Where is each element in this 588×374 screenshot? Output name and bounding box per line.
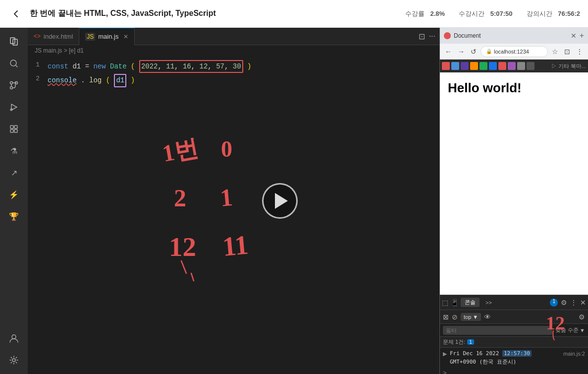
toolbar-icon-1[interactable]	[442, 62, 450, 70]
devtools-tabs: ⬚ 📱 콘솔 >> 1 ⚙ ⋮ ✕	[440, 295, 588, 310]
more-actions-icon[interactable]: ···	[429, 32, 435, 41]
devtools-vertical-menu[interactable]: ⋮	[570, 299, 577, 307]
top-dropdown-icon: ▼	[473, 314, 478, 320]
toolbar-icon-9[interactable]	[517, 62, 525, 70]
editor-actions: ⊡ ···	[419, 32, 439, 41]
nav-reload-btn[interactable]: ↺	[469, 47, 479, 57]
svg-point-13	[12, 335, 16, 339]
svg-rect-10	[14, 125, 17, 128]
line-num-1: 1	[28, 60, 48, 70]
browser-favicon	[444, 32, 451, 39]
hello-world-text: Hello world!	[448, 80, 580, 96]
line-num-2: 2	[28, 74, 48, 84]
devtools: ⬚ 📱 콘솔 >> 1 ⚙ ⋮ ✕ ⊠ ⊘	[440, 295, 588, 374]
toolbar-icon-4[interactable]	[470, 62, 478, 70]
toolbar-icon-5[interactable]	[480, 62, 487, 70]
devtools-settings-icon[interactable]: ⚙	[561, 299, 567, 307]
svg-rect-11	[10, 129, 13, 132]
sidebar-icon-account[interactable]	[4, 328, 24, 348]
tab-index-html[interactable]: <> index.html	[28, 28, 79, 45]
browser-nav: ← → ↺ 🔒 localhost:1234 ☆ ⊡ ⋮	[440, 44, 588, 60]
browser-panel: Document ✕ + ← → ↺ 🔒 localhost:1234 ☆ ⊡ …	[439, 28, 588, 374]
console-prompt[interactable]: >	[443, 368, 585, 374]
filter-input[interactable]	[443, 326, 552, 335]
devtools-circle-icon[interactable]: ⊘	[452, 313, 458, 321]
code-line-2: 2 console . log ( d1 )	[28, 74, 439, 87]
back-button[interactable]	[8, 6, 24, 22]
url-text: localhost:1234	[494, 49, 529, 55]
sidebar-bottom	[4, 328, 24, 374]
browser-tab-label[interactable]: Document	[454, 32, 568, 39]
duration-label: 수강시간 5:07:50	[459, 9, 512, 18]
browser-tab-new[interactable]: +	[580, 31, 584, 40]
breadcrumb-text: JS main.js > [e] d1	[35, 47, 84, 54]
devtools-tab-console[interactable]: 콘솔	[461, 298, 480, 307]
browser-toolbar: ▷ 기타 북마...	[440, 60, 588, 72]
sidebar-icon-source-control[interactable]	[4, 75, 24, 95]
devtools-filter-settings[interactable]: ⚙	[579, 313, 585, 321]
sidebar-icon-run[interactable]	[4, 97, 24, 117]
js-icon: JS	[85, 33, 95, 41]
devtools-toolbar: ⊠ ⊘ top ▼ 👁 ⚙	[440, 310, 588, 324]
tab-close-icon[interactable]: ✕	[123, 33, 128, 40]
sidebar-icon-files[interactable]	[4, 32, 24, 52]
header: 한 번에 끝내는 HTML, CSS, JavaScript, TypeScri…	[0, 0, 588, 28]
course-title: 한 번에 끝내는 HTML, CSS, JavaScript, TypeScri…	[30, 8, 405, 19]
code-content: 1 const d1 = new Date ( 2022, 11, 16, 12…	[28, 56, 439, 374]
console-text: Fri Dec 16 2022 12:57:30 GMT+0900 (한국 표준…	[450, 350, 560, 366]
nav-bookmark-btn[interactable]: ☆	[550, 47, 560, 57]
toolbar-icon-7[interactable]	[498, 62, 506, 70]
toolbar-icon-8[interactable]	[508, 62, 516, 70]
sidebar-icon-lightning[interactable]: ⚡	[4, 185, 24, 204]
html-icon: <>	[34, 33, 41, 40]
devtools-output: ▶ Fri Dec 16 2022 12:57:30 GMT+0900 (한국 …	[440, 348, 588, 374]
toolbar-icon-10[interactable]	[527, 62, 535, 70]
sidebar-icon-test[interactable]: ⚗	[4, 141, 24, 161]
header-meta: 수강률 2.8% 수강시간 5:07:50 강의시간 76:56:2	[405, 9, 580, 18]
tab-main-js[interactable]: JS main.js ✕	[79, 28, 135, 45]
line-code-1: const d1 = new Date ( 2022, 11, 16, 12, …	[48, 60, 251, 73]
devtools-eye-icon[interactable]: 👁	[484, 313, 491, 321]
top-label: top	[464, 314, 471, 320]
svg-point-6	[10, 87, 13, 89]
devtools-close-icon[interactable]: ✕	[580, 299, 586, 307]
devtools-top-select[interactable]: top ▼	[461, 313, 481, 321]
devtools-tab-more[interactable]: >>	[481, 299, 496, 307]
breadcrumb: JS main.js > [e] d1	[28, 45, 439, 56]
console-arrow: ▶	[443, 350, 447, 366]
toolbar-icon-6[interactable]	[489, 62, 497, 70]
play-button[interactable]	[262, 183, 298, 219]
toolbar-icon-2[interactable]	[451, 62, 459, 70]
sidebar-icon-trophy[interactable]: 🏆	[4, 206, 24, 226]
nav-forward-btn[interactable]: →	[456, 47, 467, 57]
tab-main-js-label: main.js	[98, 33, 118, 40]
svg-line-3	[16, 65, 18, 67]
sidebar-icon-remote[interactable]: ↗	[4, 163, 24, 183]
sidebar-icon-extensions[interactable]	[4, 119, 24, 139]
svg-rect-12	[14, 129, 17, 132]
sidebar-icon-search[interactable]	[4, 54, 24, 73]
filter-level-select[interactable]: 맞춤 수준 ▼	[555, 326, 585, 334]
video-area: <> index.html JS main.js ✕ ⊡ ··· JS main…	[28, 28, 588, 374]
devtools-inspect-icon[interactable]: ⬚	[442, 299, 448, 307]
svg-point-14	[12, 359, 15, 362]
toolbar-icon-3[interactable]	[461, 62, 469, 70]
nav-url-bar[interactable]: 🔒 localhost:1234	[481, 46, 548, 57]
browser-tab-close[interactable]: ✕	[571, 32, 577, 40]
browser-topbar: Document ✕ +	[440, 28, 588, 44]
split-editor-icon[interactable]: ⊡	[419, 32, 425, 41]
nav-more-btn[interactable]: ⋮	[574, 47, 585, 57]
tab-index-html-label: index.html	[44, 33, 73, 40]
sidebar: ⚗ ↗ ⚡ 🏆	[0, 28, 28, 374]
nav-back-btn[interactable]: ←	[443, 47, 454, 57]
sidebar-icon-settings[interactable]	[4, 350, 24, 370]
console-src: main.js:2	[563, 350, 585, 366]
editor-tabs: <> index.html JS main.js ✕ ⊡ ···	[28, 28, 439, 45]
devtools-badge: 1	[550, 299, 558, 307]
toolbar-more[interactable]: ▷ 기타 북마...	[551, 62, 586, 70]
devtools-device-icon[interactable]: 📱	[450, 299, 459, 307]
devtools-block-icon[interactable]: ⊠	[443, 313, 449, 321]
nav-extensions-btn[interactable]: ⊡	[562, 47, 572, 57]
issues-badge: 1	[467, 339, 474, 345]
code-editor: <> index.html JS main.js ✕ ⊡ ··· JS main…	[28, 28, 439, 374]
